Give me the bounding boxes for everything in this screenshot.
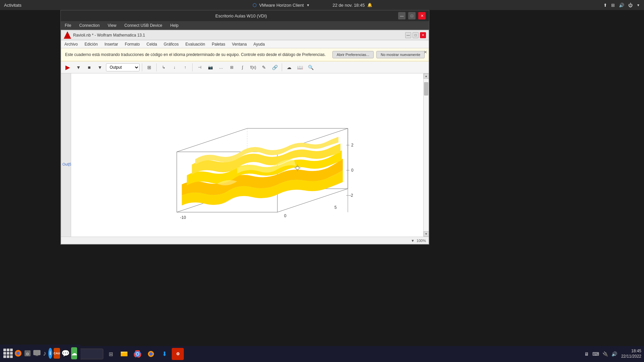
evaluate-out-icon[interactable]: ↑ bbox=[180, 63, 190, 72]
math-menu-insertar[interactable]: Insertar bbox=[103, 41, 119, 47]
taskbar-separator bbox=[0, 344, 644, 345]
stop-icon[interactable]: ■ bbox=[85, 63, 94, 72]
no-show-again-btn[interactable]: No mostrar nuevamente bbox=[376, 51, 425, 58]
pinned-info-icon[interactable]: i bbox=[48, 348, 52, 359]
math-titlebar: Ravioli.nb * - Wolfram Mathematica 13.1 … bbox=[61, 30, 429, 40]
pinned-disk-icon[interactable] bbox=[23, 347, 32, 360]
scroll-down-btn[interactable]: ▼ bbox=[424, 231, 429, 237]
vmware-menubar: File Connection View Connect USB Device … bbox=[61, 21, 429, 30]
size-icon[interactable]: ⊞ bbox=[227, 63, 236, 72]
math-menu-archivo[interactable]: Archivo bbox=[63, 41, 79, 47]
camera-icon[interactable]: 📷 bbox=[206, 63, 215, 72]
notification-close-icon[interactable]: ✕ bbox=[424, 50, 427, 55]
svg-text:-10: -10 bbox=[180, 215, 186, 220]
svg-text:2: 2 bbox=[351, 143, 354, 147]
cell-group-icon[interactable]: ⊞ bbox=[145, 63, 154, 72]
system-bar: Activitats ⬡ VMware Horizon Client ▼ 22 … bbox=[0, 0, 644, 10]
math-maximize-btn[interactable]: □ bbox=[413, 32, 419, 38]
svg-text:-2: -2 bbox=[350, 193, 353, 198]
datetime-label: 22 de nov. 18:45 bbox=[333, 3, 365, 8]
math-menu-formato[interactable]: Formato bbox=[123, 41, 141, 47]
plot-container[interactable]: 2 0 -2 -10 0 5 bbox=[133, 85, 361, 226]
tray-icon2: ⌨ bbox=[592, 351, 599, 357]
evaluate-in-icon[interactable]: ↓ bbox=[170, 63, 179, 72]
math-titlebar-left: Ravioli.nb * - Wolfram Mathematica 13.1 bbox=[64, 32, 145, 39]
taskbar-red-app-icon[interactable]: ⚙ bbox=[172, 348, 184, 360]
math-minimize-btn[interactable]: — bbox=[405, 32, 411, 38]
pen-icon[interactable]: ✎ bbox=[259, 63, 269, 72]
math-titlebar-controls: — □ ✕ bbox=[405, 32, 426, 38]
cell-dropdown-icon[interactable]: ▼ bbox=[95, 63, 105, 72]
style-dropdown[interactable]: Output Input Text Title Section bbox=[106, 63, 140, 71]
system-bar-center: ⬡ VMware Horizon Client ▼ 22 de nov. 18:… bbox=[253, 2, 373, 8]
app-name-label[interactable]: VMware Horizon Client bbox=[259, 3, 304, 8]
zoom-dropdown-icon[interactable]: ▼ bbox=[411, 239, 415, 243]
function-icon[interactable]: f(x) bbox=[249, 63, 258, 72]
upload-icon[interactable]: ☁ bbox=[284, 63, 294, 72]
dropdown-arrow-icon[interactable]: ▼ bbox=[307, 3, 310, 7]
network-icon: ⊞ bbox=[611, 3, 615, 8]
menu-help[interactable]: Help bbox=[169, 22, 180, 28]
taskbar-download-icon[interactable]: ⬇ bbox=[158, 348, 170, 360]
system-bar-right: ⬆ ⊞ 🔊 ⏻ ▼ bbox=[603, 3, 640, 8]
math-menu-edicion[interactable]: Edición bbox=[83, 41, 99, 47]
svg-point-31 bbox=[137, 353, 139, 355]
task-view-btn[interactable]: ⊞ bbox=[105, 348, 117, 360]
math-menu-evaluacion[interactable]: Evaluación bbox=[184, 41, 207, 47]
run-icon[interactable]: ▶ bbox=[63, 63, 72, 72]
math-menu-celda[interactable]: Celda bbox=[145, 41, 158, 47]
math-menu-ayuda[interactable]: Ayuda bbox=[252, 41, 266, 47]
arrow-up-icon: ⬆ bbox=[603, 3, 607, 8]
search-icon[interactable]: 🔍 bbox=[306, 63, 315, 72]
pinned-chat-icon[interactable]: 💬 bbox=[61, 347, 70, 360]
book-icon[interactable]: 📖 bbox=[295, 63, 305, 72]
zoom-level: 100% bbox=[417, 239, 426, 243]
notification-text: Este cuaderno está mostrando traduccione… bbox=[65, 52, 332, 58]
math-close-btn[interactable]: ✕ bbox=[420, 32, 426, 38]
tray-icons: 🖥 ⌨ 🔌 🔊 bbox=[584, 351, 617, 357]
pinned-firefox-icon[interactable] bbox=[14, 347, 22, 360]
open-preferences-btn[interactable]: Abrir Preferencias... bbox=[332, 51, 374, 58]
pinned-cau-icon[interactable]: CAU bbox=[54, 348, 60, 359]
svg-point-35 bbox=[16, 352, 20, 355]
scroll-up-btn[interactable]: ▲ bbox=[424, 73, 429, 79]
taskbar-clock: 18:45 22/11/2022 bbox=[621, 349, 641, 359]
taskbar-firefox-icon[interactable] bbox=[145, 348, 157, 360]
scroll-track[interactable] bbox=[424, 79, 429, 231]
menu-view[interactable]: View bbox=[106, 22, 118, 28]
suggest-icon[interactable]: ↳ bbox=[159, 63, 168, 72]
pinned-monitor-icon[interactable] bbox=[33, 347, 41, 360]
pinned-music-icon[interactable]: ♪ bbox=[42, 347, 47, 360]
pinned-green-app-icon[interactable]: ☁ bbox=[71, 347, 77, 359]
dropdown-cell-icon[interactable]: ▼ bbox=[74, 63, 83, 72]
vmware-minimize-btn[interactable]: — bbox=[398, 12, 406, 19]
vmware-maximize-btn[interactable]: □ bbox=[408, 12, 416, 19]
svg-text:0: 0 bbox=[351, 168, 354, 173]
pinned-apps-row: ♪ i CAU 💬 ☁ bbox=[0, 345, 80, 362]
grid-dot bbox=[3, 349, 6, 351]
menu-connection[interactable]: Connection bbox=[78, 22, 101, 28]
math-window-title: Ravioli.nb * - Wolfram Mathematica 13.1 bbox=[73, 33, 145, 38]
integral-icon[interactable]: ∫ bbox=[238, 63, 247, 72]
math-menu-paletas[interactable]: Paletas bbox=[211, 41, 227, 47]
svg-rect-40 bbox=[36, 355, 38, 356]
activities-label[interactable]: Activitats bbox=[4, 3, 21, 8]
scroll-thumb[interactable] bbox=[424, 82, 428, 96]
volume-icon: 🔊 bbox=[619, 3, 624, 8]
math-menu-ventana[interactable]: Ventana bbox=[231, 41, 248, 47]
vmware-window-title: Escritorio Aulas W10 (VDI) bbox=[84, 13, 398, 18]
vmware-close-btn[interactable]: ✕ bbox=[418, 12, 426, 19]
taskbar-file-explorer-icon[interactable] bbox=[118, 348, 130, 360]
svg-rect-26 bbox=[121, 353, 127, 356]
menu-file[interactable]: File bbox=[63, 22, 72, 28]
notification-buttons: Abrir Preferencias... No mostrar nuevame… bbox=[332, 51, 425, 58]
grid-dot bbox=[10, 349, 13, 351]
math-menu-graficos[interactable]: Gráficos bbox=[162, 41, 180, 47]
bracket-icon[interactable]: ⊣ bbox=[195, 63, 204, 72]
menu-connect-usb[interactable]: Connect USB Device bbox=[123, 22, 164, 28]
link-icon[interactable]: 🔗 bbox=[270, 63, 279, 72]
pinned-grid-icon[interactable] bbox=[3, 347, 13, 360]
svg-text:0: 0 bbox=[284, 214, 286, 218]
more-icon[interactable]: … bbox=[216, 63, 226, 72]
taskbar-chrome-icon[interactable] bbox=[131, 348, 144, 360]
